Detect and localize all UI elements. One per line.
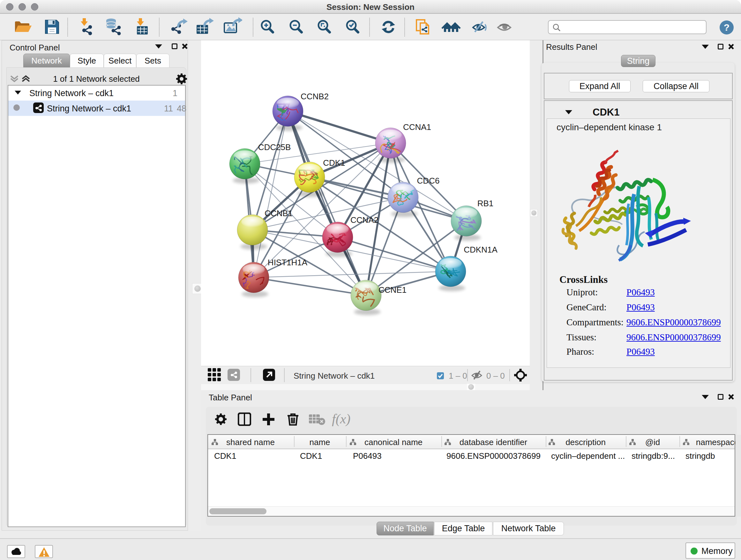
svg-text:CCNA1: CCNA1	[403, 122, 431, 132]
svg-text:CDK1: CDK1	[323, 158, 345, 168]
svg-text:CCNE1: CCNE1	[379, 285, 407, 295]
svg-text:CCNB1: CCNB1	[265, 208, 293, 218]
svg-text:CCNA2: CCNA2	[350, 215, 379, 225]
svg-text:CDC6: CDC6	[417, 176, 440, 186]
svg-text:CDC25B: CDC25B	[258, 142, 291, 152]
svg-text:?: ?	[724, 22, 730, 33]
svg-text:HIST1H1A: HIST1H1A	[268, 258, 308, 267]
svg-text:CDKN1A: CDKN1A	[464, 245, 497, 254]
svg-text:CCNB2: CCNB2	[300, 91, 329, 101]
svg-text:RB1: RB1	[477, 199, 494, 208]
